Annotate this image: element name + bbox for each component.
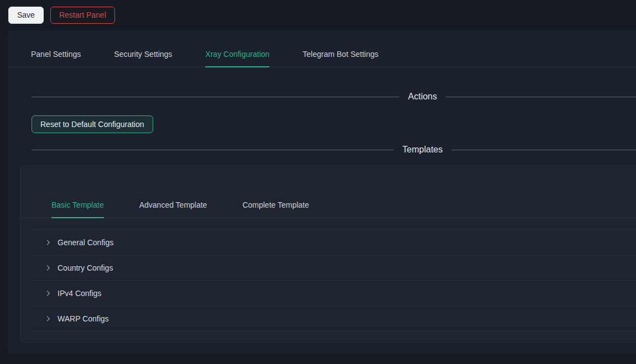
templates-card: Basic Template Advanced Template Complet… (20, 165, 636, 343)
accordion-item-warp-configs[interactable]: WARP Configs (32, 306, 636, 331)
divider-line (32, 150, 394, 150)
actions-divider-title: Actions (408, 92, 437, 102)
reset-default-configuration-button[interactable]: Reset to Default Configuration (32, 115, 153, 133)
save-button[interactable]: Save (8, 7, 44, 24)
tab-panel-settings[interactable]: Panel Settings (31, 48, 81, 67)
tab-security-settings[interactable]: Security Settings (114, 48, 172, 67)
top-toolbar: Save Restart Panel (0, 0, 636, 30)
accordion-item-label: General Configs (58, 238, 113, 247)
templates-divider: Templates (32, 143, 636, 156)
tab-telegram-bot-settings[interactable]: Telegram Bot Settings (303, 48, 378, 67)
divider-line (32, 97, 399, 97)
accordion-item-country-configs[interactable]: Country Configs (32, 255, 636, 281)
template-tab-bar: Basic Template Advanced Template Complet… (20, 166, 636, 218)
chevron-right-icon (44, 289, 52, 297)
settings-tab-bar: Panel Settings Security Settings Xray Co… (8, 30, 636, 67)
chevron-right-icon (44, 264, 52, 272)
tab-complete-template[interactable]: Complete Template (242, 199, 309, 218)
tab-advanced-template[interactable]: Advanced Template (139, 199, 207, 218)
chevron-right-icon (44, 315, 52, 323)
accordion-item-label: WARP Configs (58, 314, 109, 323)
template-config-accordion: General Configs Country Configs IPv4 Con… (32, 229, 636, 331)
accordion-item-label: IPv4 Configs (58, 289, 101, 298)
actions-divider: Actions (32, 90, 636, 103)
accordion-item-ipv4-configs[interactable]: IPv4 Configs (32, 281, 636, 306)
divider-line (446, 97, 636, 97)
tab-basic-template[interactable]: Basic Template (51, 199, 104, 218)
divider-line (451, 150, 636, 150)
chevron-right-icon (44, 239, 52, 246)
accordion-item-general-configs[interactable]: General Configs (32, 230, 636, 255)
templates-divider-title: Templates (403, 145, 443, 155)
tab-xray-configuration[interactable]: Xray Configuration (205, 48, 269, 67)
accordion-item-label: Country Configs (58, 263, 113, 272)
settings-card: Panel Settings Security Settings Xray Co… (8, 30, 636, 354)
restart-panel-button[interactable]: Restart Panel (50, 7, 115, 24)
xray-configuration-section: Actions Reset to Default Configuration T… (32, 90, 636, 156)
